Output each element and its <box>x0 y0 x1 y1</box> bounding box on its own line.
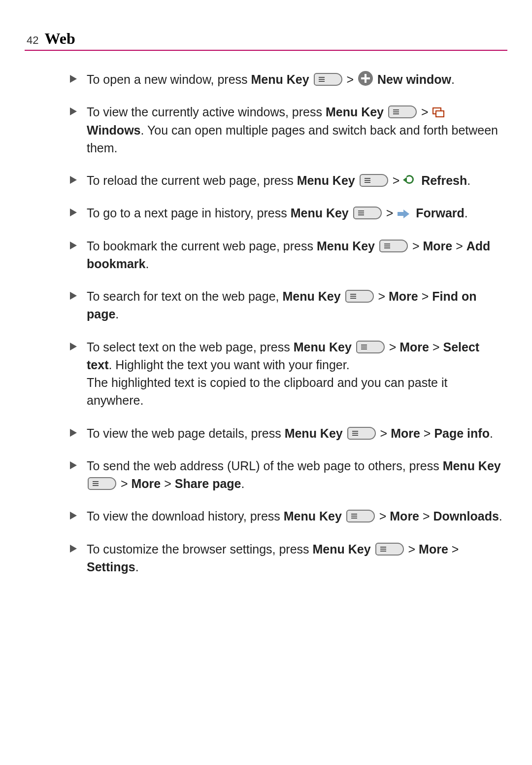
more-label: More <box>423 239 452 253</box>
more-label: More <box>399 340 429 354</box>
menu-key-label: Menu Key <box>282 289 340 303</box>
body-text: . <box>145 257 149 271</box>
page-info-label: Page info <box>434 426 490 440</box>
body-text: To customize the browser settings, press <box>87 542 313 556</box>
new-window-label: New window <box>377 72 451 86</box>
more-label: More <box>391 426 420 440</box>
list-item: To go to a next page in history, press M… <box>69 204 502 222</box>
menu-key-label: Menu Key <box>317 239 375 253</box>
downloads-label: Downloads <box>433 509 499 523</box>
body-text: The highlighted text is copied to the cl… <box>87 376 447 407</box>
body-text: To view the currently active windows, pr… <box>87 105 326 119</box>
forward-label: Forward <box>416 206 465 220</box>
windows-icon <box>432 107 445 118</box>
refresh-label: Refresh <box>421 174 467 187</box>
body-text: . <box>135 560 139 574</box>
more-label: More <box>390 509 419 523</box>
menu-key-icon <box>375 543 404 556</box>
body-text: To bookmark the current web page, press <box>87 239 317 253</box>
menu-key-label: Menu Key <box>443 459 501 473</box>
list-item: To open a new window, press Menu Key > N… <box>69 70 502 88</box>
list-item: To reload the current web page, press Me… <box>69 172 502 189</box>
body-text: . Highlight the text you want with your … <box>108 358 349 372</box>
body-text: To view the download history, press <box>87 509 284 523</box>
menu-key-icon <box>88 477 116 490</box>
list-item: To send the web address (URL) of the web… <box>69 457 502 493</box>
more-label: More <box>389 289 418 303</box>
menu-key-icon <box>353 207 382 219</box>
list-item: To search for text on the web page, Menu… <box>69 287 502 323</box>
body-text: . <box>451 72 455 86</box>
more-label: More <box>132 477 161 490</box>
menu-key-icon <box>346 510 375 522</box>
menu-key-icon <box>356 341 385 353</box>
body-text: . <box>115 307 119 321</box>
plus-icon <box>358 71 373 86</box>
page-number: 42 <box>27 34 38 47</box>
body-text: . <box>499 509 502 523</box>
list-item: To bookmark the current web page, press … <box>69 237 502 273</box>
body-text: To go to a next page in history, press <box>87 206 291 220</box>
menu-key-icon <box>345 290 374 303</box>
menu-key-label: Menu Key <box>297 174 355 187</box>
share-page-label: Share page <box>175 477 241 490</box>
manual-page: 42 Web To open a new window, press Menu … <box>0 0 532 765</box>
forward-arrow-icon <box>398 209 411 219</box>
menu-key-icon <box>379 240 408 252</box>
menu-key-label: Menu Key <box>313 542 371 556</box>
body-text: . <box>490 426 493 440</box>
more-label: More <box>419 542 448 556</box>
settings-label: Settings <box>87 560 135 574</box>
menu-key-icon <box>347 427 376 440</box>
body-text: . You can open multiple pages and switch… <box>87 123 498 155</box>
body-text: . <box>465 206 468 220</box>
menu-key-label: Menu Key <box>251 72 309 86</box>
refresh-icon <box>404 174 417 187</box>
windows-label: Windows <box>87 123 141 137</box>
body-text: To open a new window, press <box>87 72 251 86</box>
menu-key-label: Menu Key <box>284 509 342 523</box>
menu-key-icon <box>314 73 342 86</box>
body-text: . <box>241 477 245 490</box>
menu-key-label: Menu Key <box>291 206 349 220</box>
section-title: Web <box>44 30 75 48</box>
body-text: To send the web address (URL) of the web… <box>87 459 443 473</box>
page-header: 42 Web <box>25 30 507 51</box>
list-item: To view the currently active windows, pr… <box>69 103 502 157</box>
list-item: To customize the browser settings, press… <box>69 540 502 576</box>
body-text: To search for text on the web page, <box>87 289 282 303</box>
menu-key-label: Menu Key <box>294 340 352 354</box>
list-item: To view the download history, press Menu… <box>69 507 502 525</box>
menu-key-label: Menu Key <box>285 426 343 440</box>
menu-key-label: Menu Key <box>326 105 384 119</box>
body-text: . <box>467 174 470 187</box>
instruction-list: To open a new window, press Menu Key > N… <box>25 70 507 576</box>
body-text: To reload the current web page, press <box>87 174 297 187</box>
menu-key-icon <box>388 105 417 118</box>
list-item: To select text on the web page, press Me… <box>69 338 502 410</box>
menu-key-icon <box>360 174 388 187</box>
body-text: To view the web page details, press <box>87 426 285 440</box>
list-item: To view the web page details, press Menu… <box>69 424 502 442</box>
body-text: To select text on the web page, press <box>87 340 294 354</box>
